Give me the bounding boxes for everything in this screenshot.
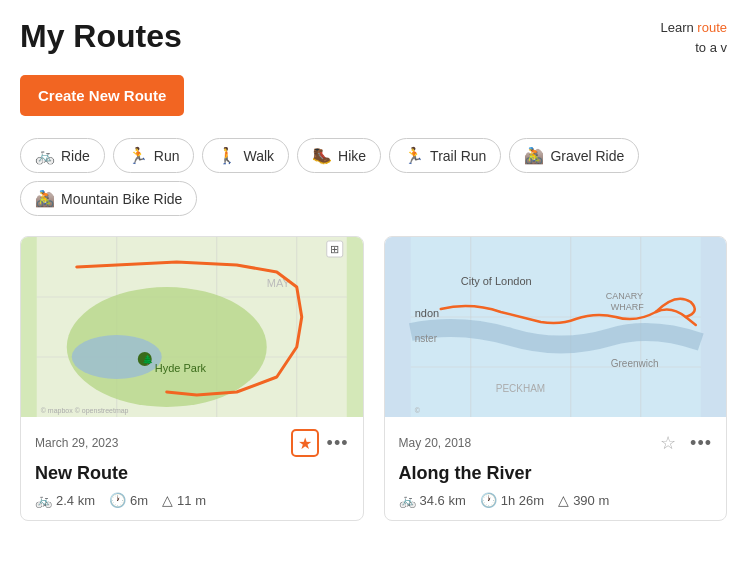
- mountain-bike-icon: 🚵: [35, 189, 55, 208]
- filter-label-hike: Hike: [338, 148, 366, 164]
- filter-label-walk: Walk: [243, 148, 274, 164]
- trail-run-icon: 🏃: [404, 146, 424, 165]
- elevation-value-along-river: 390 m: [573, 493, 609, 508]
- create-new-route-button[interactable]: Create New Route: [20, 75, 184, 116]
- stat-distance-new-route: 🚲 2.4 km: [35, 492, 95, 508]
- header-route-link[interactable]: route: [697, 20, 727, 35]
- route-card-along-river: City of London CANARY WHARF ndon nster P…: [384, 236, 728, 521]
- distance-value-along-river: 34.6 km: [420, 493, 466, 508]
- filter-label-run: Run: [154, 148, 180, 164]
- route-name-new-route: New Route: [35, 463, 349, 484]
- header-right: Learn route to a v: [660, 18, 727, 57]
- route-map-hyde: Hyde Park 🌲 MAY ⊞ © mapbox © openstreetm…: [21, 237, 363, 417]
- svg-text:© mapbox © openstreetmap: © mapbox © openstreetmap: [41, 407, 129, 415]
- svg-text:⊞: ⊞: [330, 243, 339, 255]
- route-map-london: City of London CANARY WHARF ndon nster P…: [385, 237, 727, 417]
- stat-time-along-river: 🕐 1h 26m: [480, 492, 544, 508]
- stat-distance-along-river: 🚲 34.6 km: [399, 492, 466, 508]
- route-stats-along-river: 🚲 34.6 km 🕐 1h 26m △ 390 m: [399, 492, 713, 508]
- route-date-new-route: March 29, 2023: [35, 436, 118, 450]
- svg-text:CANARY: CANARY: [605, 291, 642, 301]
- ride-icon: 🚲: [35, 146, 55, 165]
- filter-tab-run[interactable]: 🏃 Run: [113, 138, 195, 173]
- run-icon: 🏃: [128, 146, 148, 165]
- route-card-new-route: Hyde Park 🌲 MAY ⊞ © mapbox © openstreetm…: [20, 236, 364, 521]
- filter-tab-mountain-bike[interactable]: 🚵 Mountain Bike Ride: [20, 181, 197, 216]
- route-date-along-river: May 20, 2018: [399, 436, 472, 450]
- map-svg-london: City of London CANARY WHARF ndon nster P…: [385, 237, 727, 417]
- hike-icon: 🥾: [312, 146, 332, 165]
- star-button-new-route[interactable]: ★: [291, 429, 319, 457]
- time-value-new-route: 6m: [130, 493, 148, 508]
- stat-time-new-route: 🕐 6m: [109, 492, 148, 508]
- svg-text:nster: nster: [414, 333, 437, 344]
- route-meta-new-route: March 29, 2023 ★ •••: [35, 429, 349, 457]
- routes-grid: Hyde Park 🌲 MAY ⊞ © mapbox © openstreetm…: [0, 228, 747, 541]
- svg-text:🌲: 🌲: [142, 354, 154, 366]
- distance-value-new-route: 2.4 km: [56, 493, 95, 508]
- clock-icon-new-route: 🕐: [109, 492, 126, 508]
- filter-tab-trail-run[interactable]: 🏃 Trail Run: [389, 138, 501, 173]
- filter-tab-walk[interactable]: 🚶 Walk: [202, 138, 289, 173]
- route-actions-new-route: ★ •••: [291, 429, 349, 457]
- filter-tab-ride[interactable]: 🚲 Ride: [20, 138, 105, 173]
- svg-text:Greenwich: Greenwich: [610, 358, 658, 369]
- filter-tab-hike[interactable]: 🥾 Hike: [297, 138, 381, 173]
- route-actions-along-river: ☆ •••: [654, 429, 712, 457]
- filter-label-ride: Ride: [61, 148, 90, 164]
- bike-icon-new-route: 🚲: [35, 492, 52, 508]
- elevation-icon-new-route: △: [162, 492, 173, 508]
- map-svg-hyde: Hyde Park 🌲 MAY ⊞ © mapbox © openstreetm…: [21, 237, 363, 417]
- route-info-new-route: March 29, 2023 ★ ••• New Route 🚲 2.4 km …: [21, 417, 363, 520]
- svg-text:PECKHAM: PECKHAM: [495, 383, 544, 394]
- more-button-along-river[interactable]: •••: [690, 433, 712, 454]
- route-info-along-river: May 20, 2018 ☆ ••• Along the River 🚲 34.…: [385, 417, 727, 520]
- stat-elevation-along-river: △ 390 m: [558, 492, 609, 508]
- svg-text:WHARF: WHARF: [610, 302, 643, 312]
- page-title: My Routes: [20, 18, 182, 55]
- gravel-ride-icon: 🚵: [524, 146, 544, 165]
- svg-text:©: ©: [414, 407, 420, 414]
- filter-label-gravel-ride: Gravel Ride: [550, 148, 624, 164]
- stat-elevation-new-route: △ 11 m: [162, 492, 206, 508]
- elevation-value-new-route: 11 m: [177, 493, 206, 508]
- page-header: My Routes Learn route to a v: [0, 0, 747, 57]
- filter-label-mountain-bike: Mountain Bike Ride: [61, 191, 182, 207]
- time-value-along-river: 1h 26m: [501, 493, 544, 508]
- filter-tabs-container: 🚲 Ride 🏃 Run 🚶 Walk 🥾 Hike 🏃 Trail Run 🚵…: [0, 116, 747, 228]
- route-meta-along-river: May 20, 2018 ☆ •••: [399, 429, 713, 457]
- header-suffix: to a v: [695, 40, 727, 55]
- filter-tab-gravel-ride[interactable]: 🚵 Gravel Ride: [509, 138, 639, 173]
- star-button-along-river[interactable]: ☆: [654, 429, 682, 457]
- svg-text:ndon: ndon: [414, 307, 438, 319]
- filter-label-trail-run: Trail Run: [430, 148, 486, 164]
- svg-text:City of London: City of London: [460, 275, 531, 287]
- header-learn-text: Learn: [660, 20, 693, 35]
- route-name-along-river: Along the River: [399, 463, 713, 484]
- walk-icon: 🚶: [217, 146, 237, 165]
- more-button-new-route[interactable]: •••: [327, 433, 349, 454]
- clock-icon-along-river: 🕐: [480, 492, 497, 508]
- svg-text:Hyde Park: Hyde Park: [155, 362, 207, 374]
- bike-icon-along-river: 🚲: [399, 492, 416, 508]
- elevation-icon-along-river: △: [558, 492, 569, 508]
- route-stats-new-route: 🚲 2.4 km 🕐 6m △ 11 m: [35, 492, 349, 508]
